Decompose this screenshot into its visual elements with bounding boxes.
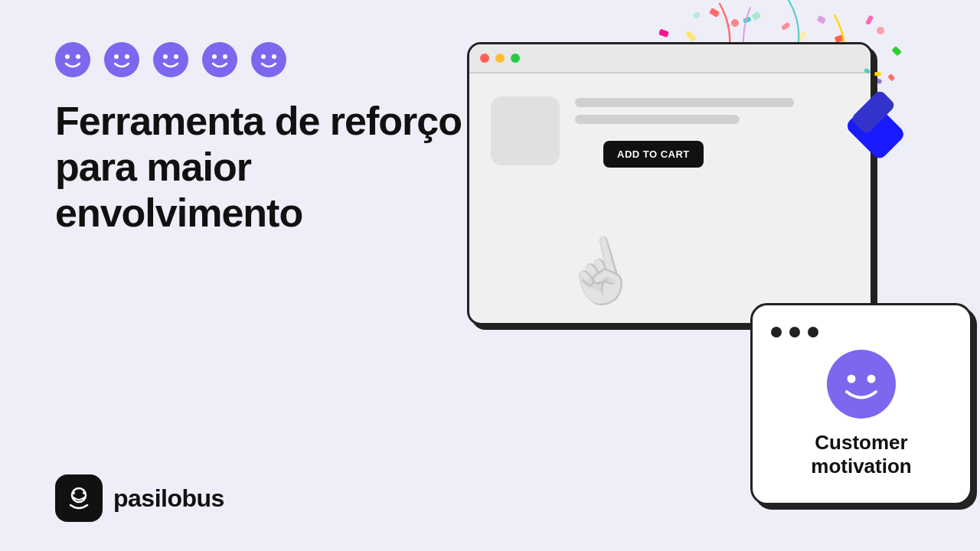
card-dot-1	[771, 327, 782, 337]
browser-dot-green	[511, 54, 520, 63]
content-line-2	[575, 115, 740, 124]
headline: Ferramenta de reforço para maior envolvi…	[55, 99, 484, 236]
svg-point-17	[83, 491, 86, 494]
svg-rect-19	[743, 17, 751, 24]
card-title: Customer motivation	[771, 431, 952, 478]
svg-point-36	[731, 19, 739, 27]
svg-point-9	[202, 42, 237, 77]
smiley-icon-1	[55, 42, 90, 77]
logo-text: pasilobus	[113, 484, 224, 513]
logo-icon	[55, 474, 103, 522]
right-section: ★ ✦ ADD TO CART ☝	[444, 0, 980, 551]
card-dot-3	[808, 327, 818, 337]
svg-rect-20	[685, 31, 697, 42]
svg-rect-25	[817, 15, 826, 24]
svg-rect-30	[865, 15, 874, 25]
svg-rect-45	[864, 68, 870, 73]
browser-content: ADD TO CART ☝	[469, 73, 871, 323]
svg-rect-22	[781, 22, 790, 31]
svg-point-48	[867, 374, 876, 383]
svg-point-7	[163, 54, 168, 59]
emoji-row	[55, 42, 484, 77]
motivation-card: Customer motivation	[750, 303, 972, 505]
browser-window: ADD TO CART ☝	[467, 42, 873, 325]
smiley-icon-3	[153, 42, 188, 77]
hand-cursor-icon: ☝	[554, 227, 646, 317]
svg-rect-24	[796, 31, 807, 41]
smiley-icon-4	[202, 42, 237, 77]
svg-point-14	[272, 54, 276, 59]
browser-dot-yellow	[495, 54, 505, 63]
logo-area: pasilobus	[55, 474, 224, 522]
product-image-placeholder	[491, 96, 560, 165]
svg-point-6	[153, 42, 188, 77]
svg-point-11	[223, 54, 227, 59]
browser-dot-red	[480, 54, 489, 63]
svg-rect-43	[874, 72, 880, 77]
svg-point-46	[827, 350, 896, 419]
svg-point-47	[848, 374, 856, 383]
svg-rect-21	[751, 11, 761, 21]
smiley-icon-2	[104, 42, 139, 77]
left-section: Ferramenta de reforço para maior envolvi…	[55, 42, 484, 236]
svg-point-1	[65, 54, 70, 59]
add-to-cart-button[interactable]: ADD TO CART	[603, 141, 704, 168]
svg-point-39	[694, 12, 700, 18]
svg-point-0	[55, 42, 90, 77]
svg-point-3	[104, 42, 139, 77]
svg-point-12	[251, 42, 286, 77]
svg-point-13	[261, 54, 266, 59]
content-line-1	[575, 98, 794, 107]
pasilobus-icon	[63, 482, 95, 514]
card-dot-2	[789, 327, 800, 337]
svg-point-4	[114, 54, 119, 59]
svg-point-8	[174, 54, 178, 59]
card-dots	[771, 327, 818, 337]
svg-rect-18	[709, 8, 720, 18]
card-smiley-icon	[827, 350, 896, 419]
svg-point-5	[125, 54, 129, 59]
smiley-icon-5	[251, 42, 286, 77]
svg-point-10	[212, 54, 217, 59]
svg-rect-44	[887, 73, 895, 81]
svg-point-2	[76, 54, 80, 59]
svg-rect-34	[658, 28, 669, 37]
svg-point-16	[72, 491, 75, 494]
svg-point-40	[877, 27, 884, 34]
browser-titlebar	[469, 44, 871, 73]
